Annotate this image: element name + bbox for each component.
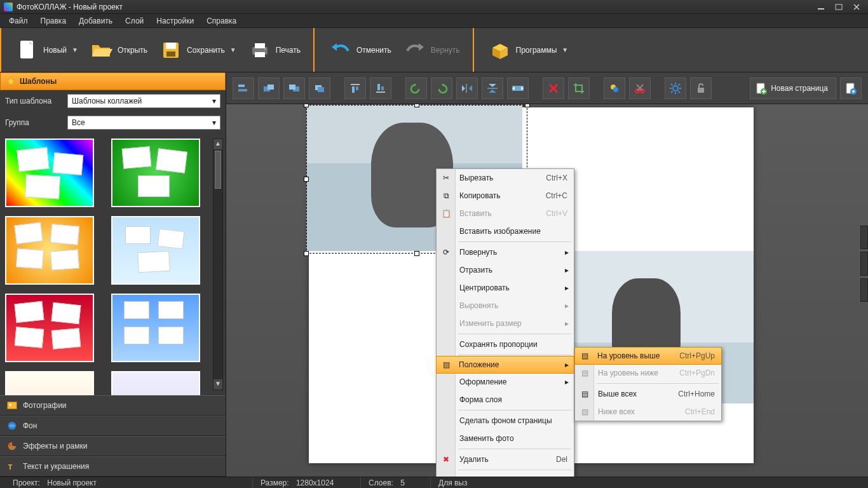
menu-file[interactable]: Файл [3, 15, 34, 27]
template-thumb[interactable] [5, 216, 94, 285]
scroll-down-icon[interactable]: ▼ [214, 379, 222, 390]
cm-properties[interactable]: ⚙Свойства [437, 471, 574, 477]
templates-header: Шаблоны [0, 72, 226, 90]
svg-rect-10 [8, 402, 17, 409]
align-bottom-button[interactable] [370, 78, 391, 99]
workspace[interactable]: ✂ВырезатьCtrl+X ⧉КопироватьCtrl+C 📋Встав… [226, 104, 868, 477]
layer-bottom-icon: ▤ [578, 405, 591, 418]
menu-layer[interactable]: Слой [119, 15, 150, 27]
delete-icon: ✖ [440, 453, 452, 466]
layer-down-icon: ▤ [578, 367, 591, 379]
sidebar-tab-background[interactable]: Фон [0, 416, 226, 436]
color-pick-button[interactable] [604, 78, 625, 99]
template-group-combo[interactable]: Все▾ [67, 116, 220, 130]
flip-vertical-button[interactable] [482, 78, 503, 99]
close-button[interactable] [849, 3, 864, 11]
fit-width-button[interactable] [507, 78, 529, 99]
cm-center[interactable]: Центрировать▸ [437, 279, 574, 297]
delete-layer-button[interactable] [543, 78, 564, 99]
send-back-button[interactable] [283, 78, 305, 99]
statusbar: Проект: Новый проект Размер: 1280x1024 С… [0, 477, 868, 488]
cm-align: Выровнять▸ [437, 297, 574, 315]
template-type-combo[interactable]: Шаблоны коллажей▾ [67, 94, 220, 108]
svg-rect-17 [238, 85, 245, 87]
programs-button[interactable]: Программы▼ [483, 36, 575, 65]
new-page-button[interactable]: Новая страница [750, 78, 836, 99]
bring-front-button[interactable] [258, 78, 280, 99]
sidebar-tab-text[interactable]: TТекст и украшения [0, 456, 226, 477]
cm-reflect[interactable]: Отразить▸ [437, 261, 574, 279]
gear-icon [669, 82, 682, 95]
layers-button[interactable] [309, 78, 330, 99]
rotate-right-button[interactable] [431, 78, 452, 99]
settings-button[interactable] [665, 78, 686, 99]
template-thumb[interactable] [111, 294, 200, 362]
svg-rect-22 [289, 85, 295, 90]
cm-copy[interactable]: ⧉КопироватьCtrl+C [437, 187, 574, 205]
template-thumb[interactable] [5, 371, 94, 395]
cm-style[interactable]: Оформление▸ [437, 373, 574, 391]
svg-rect-4 [166, 43, 176, 49]
svg-rect-18 [238, 89, 247, 92]
svg-point-36 [673, 86, 678, 91]
minimize-button[interactable] [813, 3, 829, 11]
cm-set-bg[interactable]: Сделать фоном страницы [437, 412, 574, 430]
menu-edit[interactable]: Правка [34, 15, 73, 27]
menu-settings[interactable]: Настройки [150, 15, 200, 27]
flip-horizontal-button[interactable] [456, 78, 478, 99]
right-flyout-handles[interactable] [860, 226, 868, 302]
cm-position[interactable]: ▤Положение▸ [436, 356, 574, 374]
svg-point-13 [9, 444, 11, 446]
template-thumb[interactable] [5, 139, 94, 207]
lock-button[interactable] [690, 78, 712, 99]
sm-to-top[interactable]: ▤Выше всехCtrl+Home [575, 385, 721, 403]
cm-rotate[interactable]: ⟳Повернуть▸ [437, 243, 574, 261]
template-thumb[interactable] [111, 216, 200, 285]
window-title: ФотоКОЛЛАЖ - Новый проект [17, 3, 123, 11]
align-top-button[interactable] [344, 78, 366, 99]
cm-paste: 📋ВставитьCtrl+V [437, 205, 574, 222]
context-menu: ✂ВырезатьCtrl+X ⧉КопироватьCtrl+C 📋Встав… [436, 168, 574, 477]
template-thumb[interactable] [5, 294, 94, 362]
svg-rect-5 [166, 51, 175, 57]
maximize-button[interactable] [831, 3, 846, 11]
open-button[interactable]: Открыть [85, 36, 154, 65]
scroll-thumb[interactable] [215, 151, 221, 189]
cm-shape[interactable]: Форма слоя [437, 391, 574, 409]
cm-delete[interactable]: ✖УдалитьDel [437, 451, 574, 468]
scroll-up-icon[interactable]: ▲ [214, 139, 222, 149]
align-left-button[interactable] [233, 78, 254, 99]
rotate-left-button[interactable] [405, 78, 427, 99]
page-settings-button[interactable] [840, 78, 862, 99]
sidebar-tab-photos[interactable]: Фотографии [0, 395, 226, 416]
canvas-area: Новая страница [226, 72, 868, 477]
svg-point-33 [613, 87, 618, 92]
print-button[interactable]: Печать [243, 36, 307, 65]
menu-add[interactable]: Добавить [72, 15, 119, 27]
template-list: ▲ ▼ [0, 133, 226, 395]
cm-replace[interactable]: Заменить фото [437, 430, 574, 447]
print-icon [249, 39, 271, 61]
crop-button[interactable] [568, 78, 590, 99]
cm-insert-image[interactable]: Вставить изображение [437, 222, 574, 240]
lock-icon [696, 83, 706, 94]
cm-cut[interactable]: ✂ВырезатьCtrl+X [437, 169, 574, 187]
save-button[interactable]: Сохранить▼ [154, 36, 243, 65]
template-thumb[interactable] [111, 371, 200, 395]
sidebar: Шаблоны Тип шаблона Шаблоны коллажей▾ Гр… [0, 72, 226, 477]
canvas-toolbar: Новая страница [226, 72, 868, 104]
save-icon [160, 39, 182, 61]
svg-rect-30 [381, 86, 384, 90]
undo-button[interactable]: Отменить [323, 36, 398, 65]
paste-icon: 📋 [440, 207, 452, 220]
svg-line-44 [679, 84, 681, 86]
template-thumb[interactable] [111, 139, 200, 207]
template-scrollbar[interactable]: ▲ ▼ [213, 139, 223, 390]
new-button[interactable]: Новый▼ [10, 36, 85, 65]
cm-keep-proportions[interactable]: Сохранять пропорции [437, 336, 574, 353]
cut-button[interactable] [629, 78, 651, 99]
sidebar-tab-effects[interactable]: Эффекты и рамки [0, 436, 226, 456]
sm-level-up[interactable]: ▤На уровень вышеCtrl+PgUp [574, 347, 722, 365]
menu-help[interactable]: Справка [200, 15, 243, 27]
status-layers-value: 5 [400, 478, 405, 487]
